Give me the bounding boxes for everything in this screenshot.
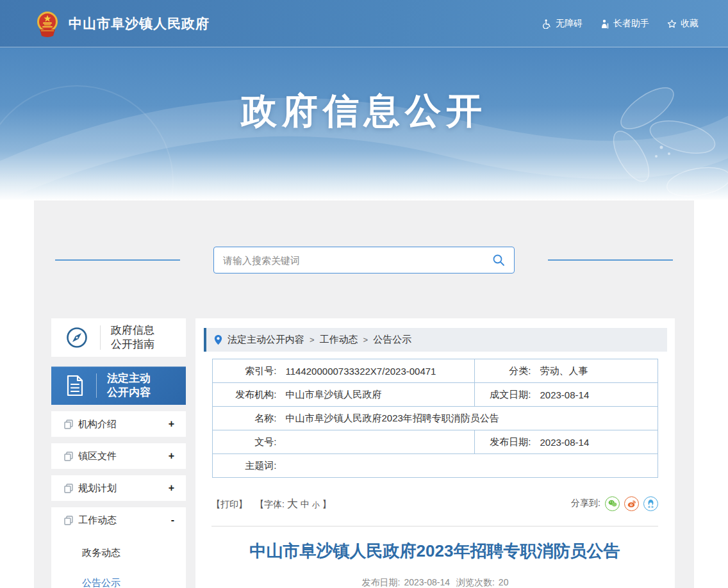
name-value: 中山市阜沙镇人民政府2023年招聘专职消防员公告 <box>285 407 658 430</box>
header-links: 无障碍 长者助手 收藏 <box>542 18 699 29</box>
breadcrumb-item-legal[interactable]: 法定主动公开内容 <box>228 334 304 346</box>
toolbar-left: 【打印】 【字体: 大 中 小 】 <box>211 496 331 511</box>
publish-date-label: 发布日期: <box>475 430 539 454</box>
site-brand[interactable]: 中山市阜沙镇人民政府 <box>35 10 210 37</box>
work-dynamics-submenu: 政务动态 公告公示 <box>51 533 186 588</box>
font-size-prefix: 【字体: <box>255 499 285 510</box>
table-row: 主题词: <box>213 454 658 478</box>
submenu-item-announcements[interactable]: 公告公示 <box>51 568 186 588</box>
pages-icon <box>64 452 73 461</box>
content-row: 政府信息 公开指南 法定主动 公开内容 <box>34 318 694 588</box>
font-size-suffix: 】 <box>322 499 331 510</box>
elder-mode-link[interactable]: 长者助手 <box>600 18 649 29</box>
keyword-value <box>285 454 658 478</box>
name-label: 名称: <box>213 407 285 430</box>
table-row: 索引号: 1144200000733322X7/2023-00471 分类: 劳… <box>213 359 658 383</box>
sidebar-item-work-dynamics: 工作动态 - 政务动态 公告公示 <box>51 507 186 588</box>
page: 中山市阜沙镇人民政府 无障碍 长者助手 <box>0 0 728 588</box>
article-title: 中山市阜沙镇人民政府2023年招聘专职消防员公告 <box>211 541 658 562</box>
document-icon <box>65 375 85 396</box>
menu-head-planning[interactable]: 规划计划 + <box>51 475 186 501</box>
compass-icon <box>65 326 88 349</box>
favorite-link[interactable]: 收藏 <box>667 18 699 29</box>
pages-icon <box>64 516 73 525</box>
left-decor-line <box>55 259 180 261</box>
sidebar-legal-label: 法定主动 公开内容 <box>107 372 151 400</box>
expand-toggle[interactable]: + <box>169 418 174 430</box>
sidebar-item-legal-disclosure[interactable]: 法定主动 公开内容 <box>51 366 186 405</box>
sidebar-item-town-documents: 镇区文件 + <box>51 443 186 469</box>
location-pin-icon <box>214 334 222 345</box>
index-label: 索引号: <box>213 359 285 383</box>
doc-number-value <box>285 430 475 454</box>
font-size-medium-button[interactable]: 中 <box>301 499 310 510</box>
publisher-value: 中山市阜沙镇人民政府 <box>285 383 475 407</box>
category-value: 劳动、人事 <box>539 359 658 383</box>
qq-share-icon[interactable] <box>643 496 658 511</box>
table-row: 文号: 发布日期: 2023-08-14 <box>213 430 658 454</box>
menu-label: 镇区文件 <box>78 450 169 462</box>
legal-line2: 公开内容 <box>107 386 151 400</box>
article-meta: 发布日期:2023-08-14 浏览次数:20 <box>195 577 675 588</box>
divider <box>96 373 97 398</box>
menu-label: 规划计划 <box>78 482 169 494</box>
collapse-toggle[interactable]: - <box>171 514 174 526</box>
font-size-small-button[interactable]: 小 <box>312 500 320 510</box>
print-button[interactable]: 【打印】 <box>211 499 247 510</box>
content-card: 政府信息 公开指南 法定主动 公开内容 <box>34 200 694 588</box>
expand-toggle[interactable]: + <box>169 450 174 462</box>
search-box <box>213 247 515 274</box>
site-title: 中山市阜沙镇人民政府 <box>69 15 210 33</box>
table-row: 发布机构: 中山市阜沙镇人民政府 成文日期: 2023-08-14 <box>213 383 658 407</box>
menu-head-org-intro[interactable]: 机构介绍 + <box>51 411 186 437</box>
sidebar: 政府信息 公开指南 法定主动 公开内容 <box>51 318 186 588</box>
banner: 政府信息公开 <box>0 47 728 200</box>
legal-line1: 法定主动 <box>107 372 151 386</box>
accessibility-link[interactable]: 无障碍 <box>542 18 583 29</box>
breadcrumb-item-work[interactable]: 工作动态 <box>320 334 358 346</box>
menu-head-work-dynamics[interactable]: 工作动态 - <box>51 507 186 533</box>
site-header: 中山市阜沙镇人民政府 无障碍 长者助手 <box>0 0 728 47</box>
breadcrumb-separator: > <box>310 335 315 345</box>
document-info-table: 索引号: 1144200000733322X7/2023-00471 分类: 劳… <box>212 359 658 478</box>
guide-line1: 政府信息 <box>111 323 154 338</box>
menu-label: 机构介绍 <box>78 418 169 430</box>
sidebar-item-planning: 规划计划 + <box>51 475 186 501</box>
sidebar-item-guide[interactable]: 政府信息 公开指南 <box>51 318 186 357</box>
share-bar: 分享到: <box>571 496 658 511</box>
expand-toggle[interactable]: + <box>169 482 174 494</box>
breadcrumb-separator: > <box>363 335 368 345</box>
publish-date-label: 发布日期: <box>362 577 401 587</box>
menu-label: 工作动态 <box>78 514 171 527</box>
font-size-large-button[interactable]: 大 <box>287 496 298 511</box>
accessibility-label: 无障碍 <box>556 18 583 29</box>
submenu-item-government-news[interactable]: 政务动态 <box>51 538 186 568</box>
written-date-label: 成文日期: <box>475 383 539 407</box>
favorite-label: 收藏 <box>681 18 699 29</box>
pages-icon <box>64 484 73 493</box>
banner-title: 政府信息公开 <box>0 47 728 136</box>
views-label: 浏览次数: <box>456 577 495 587</box>
index-value: 1144200000733322X7/2023-00471 <box>285 359 475 383</box>
search-input[interactable] <box>214 247 483 273</box>
article-toolbar: 【打印】 【字体: 大 中 小 】 分享到: <box>211 496 658 511</box>
breadcrumb-item-announcements[interactable]: 公告公示 <box>373 334 411 346</box>
category-label: 分类: <box>475 359 539 383</box>
search-icon <box>492 254 505 266</box>
wechat-share-icon[interactable] <box>605 496 620 511</box>
weibo-share-icon[interactable] <box>624 496 639 511</box>
guide-line2: 公开指南 <box>111 338 154 352</box>
divider <box>100 325 101 350</box>
table-row: 名称: 中山市阜沙镇人民政府2023年招聘专职消防员公告 <box>213 407 658 430</box>
written-date-value: 2023-08-14 <box>539 383 658 407</box>
sidebar-guide-label: 政府信息 公开指南 <box>111 323 154 352</box>
menu-head-town-documents[interactable]: 镇区文件 + <box>51 443 186 469</box>
search-button[interactable] <box>483 247 514 273</box>
search-section <box>34 200 694 274</box>
elder-icon <box>600 19 609 29</box>
doc-number-label: 文号: <box>213 430 285 454</box>
views-count: 20 <box>499 577 509 587</box>
sidebar-item-org-intro: 机构介绍 + <box>51 411 186 437</box>
elder-mode-label: 长者助手 <box>613 18 649 29</box>
pages-icon <box>64 420 73 429</box>
